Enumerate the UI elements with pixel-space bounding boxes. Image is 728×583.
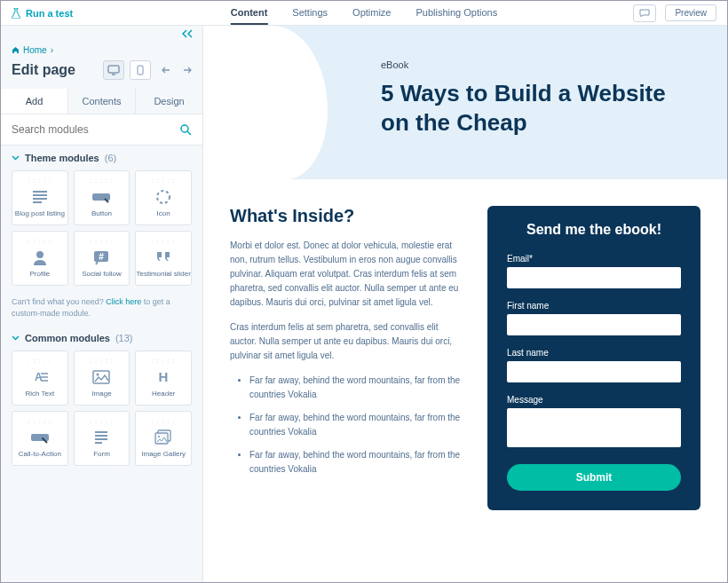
drag-grip-icon: : : : : : <box>152 358 176 364</box>
module-label: Rich Text <box>25 390 54 398</box>
drag-grip-icon: : : : : : <box>90 177 114 184</box>
svg-rect-1 <box>138 66 143 75</box>
breadcrumb[interactable]: Home › <box>1 42 202 57</box>
tab-optimize[interactable]: Optimize <box>352 1 391 25</box>
run-a-test-label: Run a test <box>26 8 73 19</box>
button-icon <box>91 187 111 207</box>
search-icon[interactable] <box>180 124 192 136</box>
section-heading: What's Inside? <box>230 206 466 226</box>
svg-rect-3 <box>92 193 110 201</box>
undo-button[interactable] <box>162 65 174 75</box>
drag-grip-icon: : : : : : <box>90 238 114 244</box>
paragraph: Cras interdum felis at sem pharetra, sed… <box>230 320 466 363</box>
drag-grip-icon: : : : : : <box>152 238 176 244</box>
module-card-form[interactable]: : : : : :Form <box>74 411 131 466</box>
tab-content[interactable]: Content <box>231 1 268 25</box>
module-label: Image <box>91 390 111 398</box>
module-card-list[interactable]: : : : : :Blog post listing <box>12 170 68 225</box>
hash-icon: # <box>92 248 110 267</box>
preview-button[interactable]: Preview <box>665 4 716 21</box>
module-card-image[interactable]: : : : : :Image <box>74 351 131 406</box>
home-icon <box>12 46 20 54</box>
custom-module-hint: Can't find what you need? Click here to … <box>1 293 202 326</box>
list-item: Far far away, behind the word mountains,… <box>249 448 466 477</box>
list-item: Far far away, behind the word mountains,… <box>249 411 466 439</box>
module-card-quote[interactable]: : : : : :Testimonial slider <box>135 231 192 286</box>
search-input[interactable] <box>12 123 180 136</box>
lead-form: Send me the ebook! Email* First name Las… <box>487 206 700 510</box>
tab-settings[interactable]: Settings <box>292 1 328 25</box>
module-label: Blog post listing <box>15 210 65 218</box>
drag-grip-icon: : : : : : <box>90 358 114 364</box>
first-name-field[interactable] <box>507 314 681 335</box>
mobile-icon <box>137 65 144 75</box>
module-card-richtext[interactable]: : : : : :ARich Text <box>12 351 68 406</box>
module-card-cta[interactable]: : : : : :Call-to-Action <box>12 411 68 466</box>
module-label: Form <box>93 451 110 459</box>
common-modules-count: (13) <box>115 333 133 343</box>
module-card-profile[interactable]: : : : : :Profile <box>12 231 68 286</box>
gallery-icon <box>154 428 172 447</box>
svg-rect-0 <box>108 66 119 73</box>
mobile-view-button[interactable] <box>130 60 151 80</box>
email-label: Email* <box>507 254 681 264</box>
common-modules-toggle[interactable]: Common modules (13) <box>1 326 202 351</box>
form-icon <box>93 428 109 447</box>
module-card-gallery[interactable]: : : : : :Image Gallery <box>135 411 192 466</box>
drag-grip-icon: : : : : : <box>90 418 114 424</box>
list-icon <box>31 187 49 207</box>
module-card-spinner[interactable]: : : : : :Icon <box>135 170 192 225</box>
last-name-field[interactable] <box>507 361 681 382</box>
module-label: Icon <box>157 210 170 218</box>
top-nav: Content Settings Optimize Publishing Opt… <box>231 1 497 25</box>
module-label: Profile <box>29 271 50 279</box>
sidebar: Home › Edit page <box>1 26 203 582</box>
message-field[interactable] <box>507 408 681 447</box>
richtext-icon: A <box>31 367 49 387</box>
module-label: Image Gallery <box>141 451 186 459</box>
comment-button[interactable] <box>633 4 656 22</box>
header-icon: H <box>156 367 170 387</box>
desktop-icon <box>107 65 120 75</box>
svg-point-4 <box>157 191 170 203</box>
svg-point-5 <box>36 251 44 258</box>
redo-button[interactable] <box>179 65 192 75</box>
common-modules-label: Common modules <box>25 333 110 343</box>
drag-grip-icon: : : : : : <box>28 358 52 364</box>
chevron-down-icon <box>12 335 20 341</box>
run-a-test-link[interactable]: Run a test <box>12 8 73 19</box>
tab-design[interactable]: Design <box>136 89 202 114</box>
svg-rect-15 <box>155 433 168 444</box>
module-label: Social follow <box>82 271 121 279</box>
module-card-button[interactable]: : : : : :Button <box>74 170 131 225</box>
tab-publishing-options[interactable]: Publishing Options <box>415 1 497 25</box>
sidebar-tabs: Add Contents Design <box>1 89 202 114</box>
theme-modules-count: (6) <box>105 153 116 163</box>
hero-section: eBook 5 Ways to Build a Website on the C… <box>203 26 727 179</box>
module-card-hash[interactable]: : : : : :#Social follow <box>74 231 131 286</box>
desktop-view-button[interactable] <box>103 60 124 80</box>
form-title: Send me the ebook! <box>507 222 681 238</box>
svg-point-2 <box>181 125 188 132</box>
profile-icon <box>32 248 48 267</box>
email-field[interactable] <box>507 267 681 288</box>
module-label: Testimonial slider <box>136 271 190 279</box>
chevron-down-icon <box>12 155 20 161</box>
module-label: Button <box>91 210 112 218</box>
module-card-header[interactable]: : : : : :HHeader <box>135 351 192 406</box>
article-body: What's Inside? Morbi et dolor est. Donec… <box>230 206 466 485</box>
drag-grip-icon: : : : : : <box>152 177 176 184</box>
tab-contents[interactable]: Contents <box>68 89 136 114</box>
hero-title: 5 Ways to Build a Website on the Cheap <box>381 79 683 137</box>
collapse-sidebar-icon[interactable] <box>181 29 194 38</box>
custom-module-link[interactable]: Click here <box>106 297 141 306</box>
theme-modules-toggle[interactable]: Theme modules (6) <box>1 146 202 170</box>
svg-rect-12 <box>31 434 49 441</box>
first-name-label: First name <box>507 301 681 311</box>
page-canvas[interactable]: eBook 5 Ways to Build a Website on the C… <box>203 26 727 582</box>
submit-button[interactable]: Submit <box>507 464 681 491</box>
list-item: Far far away, behind the word mountains,… <box>249 374 466 402</box>
tab-add[interactable]: Add <box>1 89 68 114</box>
image-icon <box>92 367 110 387</box>
paragraph: Morbi et dolor est. Donec at dolor vehic… <box>230 239 466 310</box>
